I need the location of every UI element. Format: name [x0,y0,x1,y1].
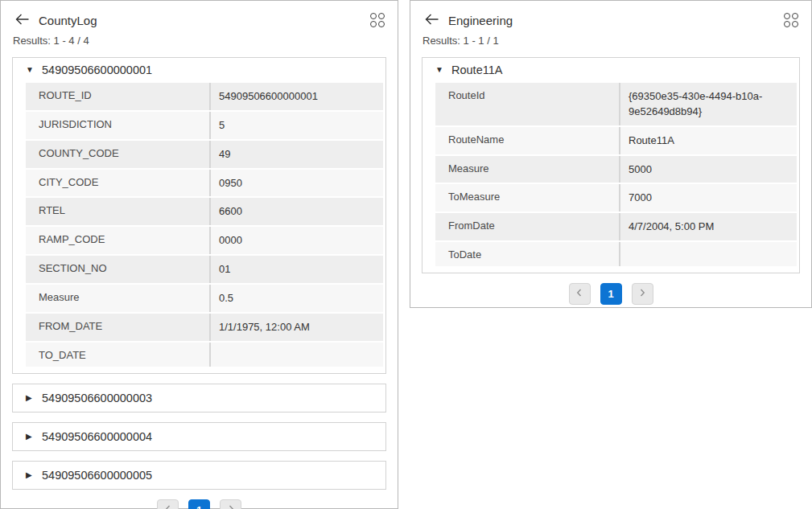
attribute-label: Measure [435,156,620,183]
table-row: RouteName Route11A [435,127,797,154]
prev-page-button[interactable] [157,499,179,509]
table-row: ROUTE_ID 54909506600000001 [26,83,383,110]
attribute-label: RouteName [435,127,620,154]
attribute-label: SECTION_NO [26,256,211,283]
table-row: RAMP_CODE 0000 [26,227,383,254]
current-page-button[interactable]: 1 [188,499,210,509]
back-button[interactable] [15,13,29,27]
results-count: Results: 1 - 4 / 4 [13,35,386,47]
caret-down-icon: ▼ [26,66,35,74]
attribute-value: {69350e35-430e-4494-b10a-9e52649d8b94} [620,83,797,125]
feature-title: 54909506600000001 [42,64,152,76]
feature-menu-button[interactable] [370,13,385,27]
back-button[interactable] [425,13,439,27]
attribute-label: JURISDICTION [26,112,211,139]
attribute-value: 54909506600000001 [211,83,383,110]
feature-title: 54909506600000005 [42,469,152,482]
caret-down-icon: ▼ [435,66,444,74]
feature-menu-button[interactable] [784,13,798,27]
feature-title: 54909506600000004 [42,430,152,443]
attribute-label: FROM_DATE [26,314,211,341]
attribute-value: 7000 [620,184,797,211]
attribute-value: 0.5 [211,285,383,312]
attribute-value: 6600 [211,198,383,225]
attribute-value: 01 [211,256,383,283]
feature-accordion-collapsed: ▶ 54909506600000004 [12,422,386,451]
attribute-label: COUNTY_CODE [26,141,211,168]
attribute-value: 4/7/2004, 5:00 PM [620,213,797,240]
table-row: TO_DATE [26,343,383,367]
attribute-label: ROUTE_ID [26,83,211,110]
feature-accordion-expanded: ▼ 54909506600000001 ROUTE_ID 54909506600… [12,57,386,374]
pagination: 1 [422,283,800,306]
feature-accordion-collapsed: ▶ 54909506600000005 [12,461,386,490]
grid-menu-icon [370,13,385,27]
attribute-value: 0950 [211,170,383,197]
pagination: 1 [12,499,386,509]
caret-right-icon: ▶ [26,394,35,402]
feature-accordion-header[interactable]: ▶ 54909506600000004 [13,423,385,450]
attribute-label: RTEL [26,198,211,225]
table-row: FromDate 4/7/2004, 5:00 PM [435,213,797,240]
table-row: RouteId {69350e35-430e-4494-b10a-9e52649… [435,83,797,125]
table-row: ToDate [435,242,797,266]
table-row: CITY_CODE 0950 [26,170,383,197]
attribute-label: RAMP_CODE [26,227,211,254]
next-page-button[interactable] [220,499,241,509]
caret-right-icon: ▶ [26,471,35,479]
attribute-label: Measure [26,285,211,312]
attribute-label: CITY_CODE [26,170,211,197]
feature-accordion-header[interactable]: ▶ 54909506600000005 [13,462,385,489]
chevron-left-icon [164,504,172,509]
attribute-value: 0000 [211,227,383,254]
table-row: Measure 5000 [435,156,797,183]
results-count: Results: 1 - 1 / 1 [422,35,800,47]
attribute-value: 49 [211,141,383,168]
chevron-right-icon [638,288,646,300]
feature-title: Route11A [451,64,502,76]
attribute-label: ToMeasure [435,184,620,211]
attribute-value [211,343,383,367]
panel-engineering: Engineering Results: 1 - 1 / 1 ▼ Route11… [410,0,812,308]
panel-countylog: CountyLog Results: 1 - 4 / 4 ▼ 549095066… [0,0,398,509]
feature-accordion-collapsed: ▶ 54909506600000003 [12,384,386,413]
table-row: JURISDICTION 5 [26,112,383,139]
panel-header: CountyLog [12,13,386,27]
table-row: RTEL 6600 [26,198,383,225]
prev-page-button[interactable] [569,283,591,305]
attribute-value [620,242,797,266]
attribute-label: RouteId [435,83,620,125]
table-row: ToMeasure 7000 [435,184,797,211]
attribute-table: ROUTE_ID 54909506600000001 JURISDICTION … [26,83,383,367]
page-title: Engineering [448,14,513,27]
next-page-button[interactable] [632,283,653,305]
caret-right-icon: ▶ [26,433,35,441]
feature-title: 54909506600000003 [42,392,152,404]
feature-accordion-header[interactable]: ▼ Route11A [422,58,799,82]
attribute-table: RouteId {69350e35-430e-4494-b10a-9e52649… [435,83,797,266]
table-row: COUNTY_CODE 49 [26,141,383,168]
back-arrow-icon [425,14,439,27]
feature-accordion-expanded: ▼ Route11A RouteId {69350e35-430e-4494-b… [422,57,800,273]
attribute-value: Route11A [620,127,797,154]
attribute-label: ToDate [435,242,620,266]
page-title: CountyLog [39,14,97,27]
feature-accordion-header[interactable]: ▼ 54909506600000001 [13,58,385,82]
attribute-value: 1/1/1975, 12:00 AM [211,314,383,341]
attribute-label: TO_DATE [26,343,211,367]
panel-header: Engineering [422,13,800,27]
attribute-label: FromDate [435,213,620,240]
table-row: Measure 0.5 [26,285,383,312]
grid-menu-icon [784,13,798,27]
table-row: SECTION_NO 01 [26,256,383,283]
current-page-button[interactable]: 1 [600,283,622,305]
back-arrow-icon [15,14,29,27]
attribute-value: 5000 [620,156,797,183]
feature-accordion-header[interactable]: ▶ 54909506600000003 [13,384,385,412]
table-row: FROM_DATE 1/1/1975, 12:00 AM [26,314,383,341]
chevron-right-icon [227,504,235,509]
chevron-left-icon [575,288,583,300]
attribute-value: 5 [211,112,383,139]
